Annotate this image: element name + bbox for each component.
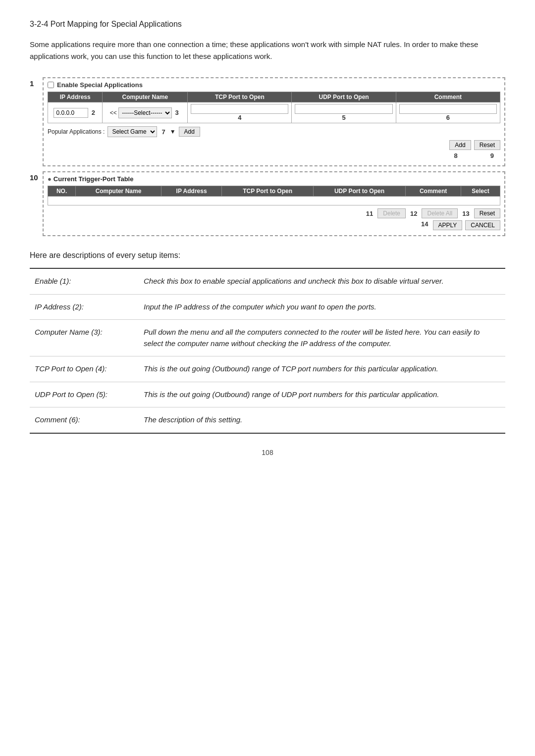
tcp-input[interactable] bbox=[191, 104, 288, 114]
desc-label: Computer Name (3): bbox=[30, 320, 139, 356]
intro-text: Some applications require more than one … bbox=[30, 39, 505, 62]
tcp-cell: 4 bbox=[188, 102, 292, 123]
desc-label: Enable (1): bbox=[30, 268, 139, 294]
desc-text: The description of this setting. bbox=[139, 407, 505, 433]
enable-row: Enable Special Applications bbox=[48, 81, 500, 89]
trigger-title-text: Current Trigger-Port Table bbox=[54, 175, 134, 183]
descriptions-title: Here are descriptions of every setup ite… bbox=[30, 251, 505, 260]
col-ip-address: IP Address bbox=[48, 92, 103, 102]
desc-row: IP Address (2):Input the IP address of t… bbox=[30, 294, 505, 320]
num14-badge: 14 bbox=[421, 220, 428, 230]
special-apps-box: Enable Special Applications IP Address C… bbox=[43, 77, 505, 166]
udp-cell: 5 bbox=[292, 102, 396, 123]
col-comment: Comment bbox=[396, 92, 500, 102]
delete-all-button[interactable]: Delete All bbox=[422, 208, 458, 218]
apply-button[interactable]: APPLY bbox=[433, 220, 463, 230]
num11-badge: 11 bbox=[366, 210, 373, 217]
enable-label: Enable Special Applications bbox=[57, 81, 143, 89]
popular-label: Popular Applications : bbox=[48, 128, 105, 135]
num6-badge: 6 bbox=[446, 114, 450, 121]
desc-row: UDP Port to Open (5):This is the out goi… bbox=[30, 382, 505, 407]
num8-badge: 8 bbox=[454, 152, 458, 159]
computer-name-select[interactable]: ------Select------ bbox=[118, 107, 172, 118]
trigger-actions: 11 Delete 12 Delete All 13 Reset bbox=[48, 208, 500, 218]
desc-label: UDP Port to Open (5): bbox=[30, 382, 139, 407]
trigger-col-no: NO. bbox=[48, 186, 76, 197]
apply-cancel-row: 14 APPLY CANCEL bbox=[48, 220, 500, 230]
comment-input[interactable] bbox=[399, 104, 497, 114]
desc-label: Comment (6): bbox=[30, 407, 139, 433]
delete-button[interactable]: Delete bbox=[377, 208, 406, 218]
udp-input[interactable] bbox=[295, 104, 392, 114]
section1-wrapper: 1 Enable Special Applications IP Address… bbox=[30, 77, 505, 166]
table-row: 2 << ------Select------ 3 4 bbox=[48, 102, 500, 123]
popular-row: Popular Applications : Select Game 7 ▼ A… bbox=[48, 126, 500, 137]
desc-row: Enable (1):Check this box to enable spec… bbox=[30, 268, 505, 294]
desc-row: TCP Port to Open (4):This is the out goi… bbox=[30, 356, 505, 382]
num5-badge: 5 bbox=[342, 114, 345, 121]
comment-cell: 6 bbox=[396, 102, 500, 123]
trigger-table: NO. Computer Name IP Address TCP Port to… bbox=[48, 186, 500, 205]
col-tcp-port: TCP Port to Open bbox=[188, 92, 292, 102]
num3-badge: 3 bbox=[175, 109, 179, 116]
num12-badge: 12 bbox=[410, 210, 417, 217]
trigger-title: ● Current Trigger-Port Table bbox=[48, 175, 500, 183]
trigger-reset-btn[interactable]: Reset bbox=[474, 208, 500, 218]
trigger-box: ● Current Trigger-Port Table NO. Compute… bbox=[43, 171, 505, 236]
reset-btn[interactable]: Reset bbox=[474, 140, 500, 150]
trigger-col-udp: UDP Port to Open bbox=[313, 186, 406, 197]
desc-label: IP Address (2): bbox=[30, 294, 139, 320]
dropdown-arrow: ▼ bbox=[170, 128, 176, 135]
trigger-col-computer-name: Computer Name bbox=[76, 186, 161, 197]
bullet-icon: ● bbox=[48, 175, 52, 183]
num7-badge: 7 bbox=[161, 128, 165, 136]
col-computer-name: Computer Name bbox=[103, 92, 188, 102]
computer-name-cell: << ------Select------ 3 bbox=[103, 102, 188, 123]
trigger-col-ip-address: IP Address bbox=[161, 186, 222, 197]
trigger-empty-row bbox=[48, 197, 500, 205]
num13-badge: 13 bbox=[462, 210, 469, 217]
select-game-dropdown[interactable]: Select Game bbox=[107, 126, 157, 137]
trigger-col-comment: Comment bbox=[406, 186, 461, 197]
desc-label: TCP Port to Open (4): bbox=[30, 356, 139, 382]
desc-row: Computer Name (3):Pull down the menu and… bbox=[30, 320, 505, 356]
cancel-button[interactable]: CANCEL bbox=[465, 220, 500, 230]
upper-table: IP Address Computer Name TCP Port to Ope… bbox=[48, 92, 500, 123]
page-title: 3-2-4 Port Mapping for Special Applicati… bbox=[30, 20, 505, 29]
col-udp-port: UDP Port to Open bbox=[292, 92, 396, 102]
section10-number: 10 bbox=[30, 173, 39, 182]
add-btn2[interactable]: Add bbox=[449, 140, 471, 150]
section1-number: 1 bbox=[30, 79, 39, 88]
add-reset-row: Add Reset bbox=[48, 140, 500, 150]
num4-badge: 4 bbox=[238, 114, 241, 121]
num9-badge: 9 bbox=[490, 152, 494, 159]
ip-cell: 2 bbox=[48, 102, 103, 123]
num-row: 8 9 bbox=[48, 152, 500, 159]
enable-checkbox[interactable] bbox=[48, 82, 54, 88]
page-number: 108 bbox=[30, 449, 505, 456]
desc-row: Comment (6):The description of this sett… bbox=[30, 407, 505, 433]
desc-text: Input the IP address of the computer whi… bbox=[139, 294, 505, 320]
add-button[interactable]: Add bbox=[179, 127, 200, 137]
desc-text: This is the out going (Outbound) range o… bbox=[139, 356, 505, 382]
desc-text: Pull down the menu and all the computers… bbox=[139, 320, 505, 356]
ip-input[interactable] bbox=[54, 108, 88, 118]
desc-text: This is the out going (Outbound) range o… bbox=[139, 382, 505, 407]
descriptions-table: Enable (1):Check this box to enable spec… bbox=[30, 268, 505, 434]
trigger-wrapper: 10 ● Current Trigger-Port Table NO. Comp… bbox=[30, 171, 505, 236]
arrow-left: << bbox=[110, 109, 117, 116]
desc-text: Check this box to enable special applica… bbox=[139, 268, 505, 294]
trigger-col-select: Select bbox=[461, 186, 500, 197]
num2-badge: 2 bbox=[92, 109, 95, 116]
trigger-col-tcp: TCP Port to Open bbox=[222, 186, 313, 197]
